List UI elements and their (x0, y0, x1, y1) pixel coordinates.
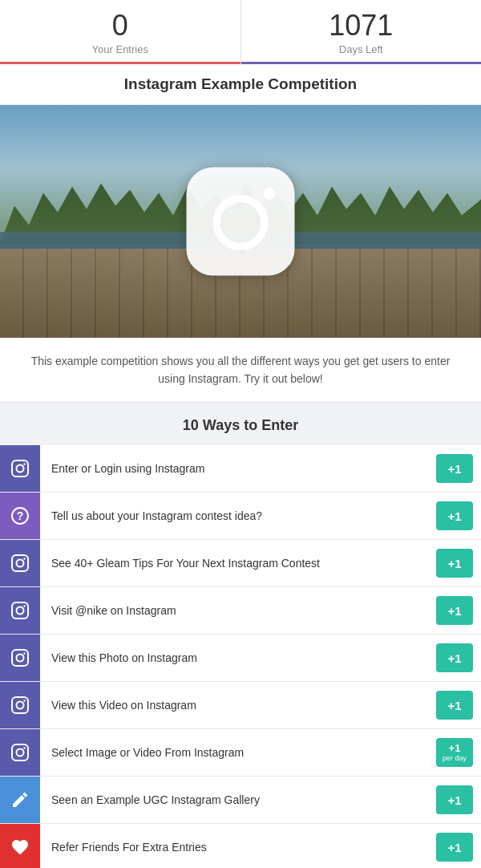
entry-icon-instagram (0, 682, 40, 728)
entry-badge: +1 (436, 501, 473, 530)
svg-point-11 (17, 560, 24, 567)
entry-item[interactable]: See 40+ Gleam Tips For Your Next Instagr… (0, 540, 481, 587)
entry-icon-instagram (0, 729, 40, 776)
svg-text:?: ? (17, 509, 24, 522)
entry-icon-instagram (0, 635, 40, 681)
entry-text: See 40+ Gleam Tips For Your Next Instagr… (40, 548, 436, 580)
entry-badge: +1 (436, 691, 473, 720)
entry-item[interactable]: ? Tell us about your Instagram contest i… (0, 493, 481, 540)
days-value: 1071 (249, 10, 474, 42)
entry-text: Select Image or Video From Instagram (40, 737, 436, 769)
description: This example competition shows you all t… (0, 338, 481, 404)
hero-image (0, 105, 481, 338)
entry-icon-edit (0, 777, 40, 823)
entry-text: View this Video on Instagram (40, 690, 436, 722)
entry-item[interactable]: Refer Friends For Extra Entries+1 (0, 824, 481, 868)
svg-point-20 (17, 702, 24, 709)
days-stat: 1071 Days Left (241, 0, 482, 64)
entry-badge: +1 (436, 833, 473, 862)
svg-point-17 (17, 655, 24, 662)
entry-icon-instagram (0, 445, 40, 492)
entry-item[interactable]: View this Photo on Instagram+1 (0, 635, 481, 682)
svg-rect-0 (187, 167, 295, 275)
svg-point-24 (23, 748, 25, 749)
svg-point-14 (17, 607, 24, 614)
svg-rect-22 (12, 744, 28, 761)
entry-text: View this Photo on Instagram (40, 643, 436, 675)
entry-badge: +1 (436, 596, 473, 625)
svg-point-4 (264, 188, 276, 200)
svg-point-15 (23, 606, 25, 607)
entry-text: Enter or Login using Instagram (40, 453, 436, 485)
entry-item[interactable]: View this Video on Instagram+1 (0, 682, 481, 729)
entries-value: 0 (8, 10, 232, 42)
svg-point-21 (23, 700, 25, 702)
svg-rect-19 (12, 697, 28, 713)
competition-title: Instagram Example Competition (0, 64, 481, 105)
svg-rect-10 (12, 555, 28, 571)
entry-icon-heart (0, 824, 40, 868)
svg-rect-13 (12, 602, 28, 619)
svg-point-7 (23, 464, 25, 465)
entry-text: Seen an Example UGC Instagram Gallery (40, 785, 436, 817)
entry-item[interactable]: Seen an Example UGC Instagram Gallery+1 (0, 777, 481, 824)
svg-point-12 (23, 558, 25, 560)
entries-stat: 0 Your Entries (0, 0, 240, 64)
header-stats: 0 Your Entries 1071 Days Left (0, 0, 481, 64)
svg-point-18 (23, 653, 25, 655)
entry-text: Tell us about your Instagram contest ide… (40, 501, 436, 533)
entry-item[interactable]: Visit @nike on Instagram+1 (0, 587, 481, 635)
ways-section: 10 Ways to Enter Enter or Login using In… (0, 403, 481, 868)
entry-item[interactable]: Select Image or Video From Instagram+1pe… (0, 729, 481, 777)
entry-icon-instagram (0, 540, 40, 586)
entry-badge: +1 (436, 549, 473, 578)
entry-icon-instagram (0, 587, 40, 634)
entries-label: Your Entries (8, 43, 232, 55)
entry-item[interactable]: Enter or Login using Instagram+1 (0, 445, 481, 493)
svg-point-23 (17, 749, 24, 756)
days-label: Days Left (249, 43, 474, 55)
entry-text: Visit @nike on Instagram (40, 595, 436, 627)
entry-badge: +1 (436, 643, 473, 672)
entry-badge: +1per day (436, 738, 473, 767)
entry-badge: +1 (436, 454, 473, 483)
entry-badge: +1 (436, 785, 473, 814)
entry-list: Enter or Login using Instagram+1 ? Tell … (0, 445, 481, 868)
instagram-logo (180, 161, 301, 282)
ways-title: 10 Ways to Enter (0, 417, 481, 434)
entry-text: Refer Friends For Extra Entries (40, 832, 436, 864)
entry-icon-question: ? (0, 493, 40, 539)
svg-rect-16 (12, 650, 28, 666)
svg-point-6 (17, 465, 24, 473)
svg-rect-5 (12, 460, 28, 477)
